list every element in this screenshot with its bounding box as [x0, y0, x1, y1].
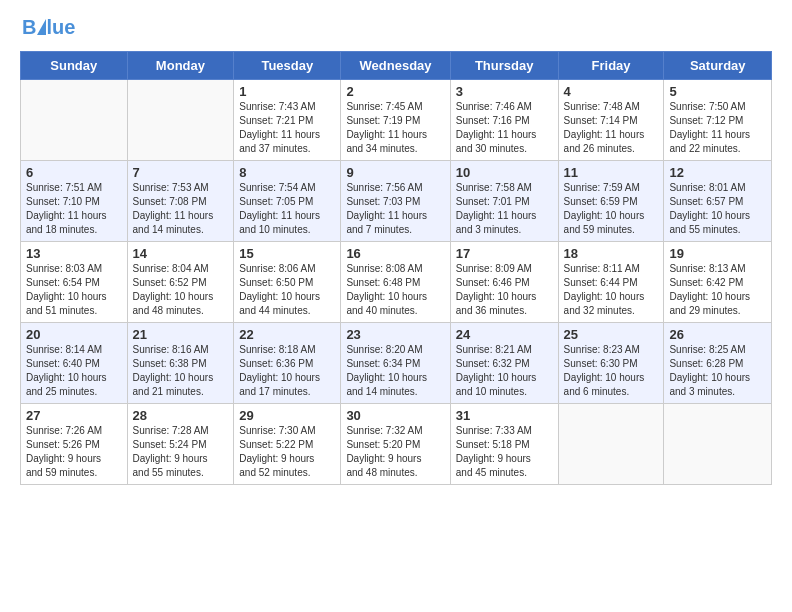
sunset-text: Sunset: 6:28 PM	[669, 357, 766, 371]
daylight-text: Daylight: 11 hours	[133, 209, 229, 223]
calendar-week-row: 13Sunrise: 8:03 AMSunset: 6:54 PMDayligh…	[21, 242, 772, 323]
sunrise-text: Sunrise: 7:30 AM	[239, 424, 335, 438]
day-number: 18	[564, 246, 659, 261]
day-info: Sunrise: 7:45 AMSunset: 7:19 PMDaylight:…	[346, 100, 444, 156]
daylight-text: Daylight: 11 hours	[239, 128, 335, 142]
day-info: Sunrise: 8:04 AMSunset: 6:52 PMDaylight:…	[133, 262, 229, 318]
sunrise-text: Sunrise: 7:53 AM	[133, 181, 229, 195]
calendar-day-cell: 18Sunrise: 8:11 AMSunset: 6:44 PMDayligh…	[558, 242, 664, 323]
daylight-text: Daylight: 11 hours	[239, 209, 335, 223]
calendar-day-cell: 15Sunrise: 8:06 AMSunset: 6:50 PMDayligh…	[234, 242, 341, 323]
day-info: Sunrise: 8:06 AMSunset: 6:50 PMDaylight:…	[239, 262, 335, 318]
sunrise-text: Sunrise: 8:08 AM	[346, 262, 444, 276]
daylight-text: Daylight: 10 hours	[346, 290, 444, 304]
day-number: 28	[133, 408, 229, 423]
daylight-text-cont: and 59 minutes.	[564, 223, 659, 237]
sunset-text: Sunset: 7:14 PM	[564, 114, 659, 128]
sunset-text: Sunset: 7:01 PM	[456, 195, 553, 209]
daylight-text-cont: and 25 minutes.	[26, 385, 122, 399]
day-number: 3	[456, 84, 553, 99]
calendar-day-cell: 31Sunrise: 7:33 AMSunset: 5:18 PMDayligh…	[450, 404, 558, 485]
daylight-text-cont: and 48 minutes.	[346, 466, 444, 480]
daylight-text-cont: and 29 minutes.	[669, 304, 766, 318]
day-number: 2	[346, 84, 444, 99]
calendar-day-cell: 7Sunrise: 7:53 AMSunset: 7:08 PMDaylight…	[127, 161, 234, 242]
sunset-text: Sunset: 6:36 PM	[239, 357, 335, 371]
calendar-day-cell: 28Sunrise: 7:28 AMSunset: 5:24 PMDayligh…	[127, 404, 234, 485]
day-info: Sunrise: 7:32 AMSunset: 5:20 PMDaylight:…	[346, 424, 444, 480]
day-number: 11	[564, 165, 659, 180]
day-info: Sunrise: 7:56 AMSunset: 7:03 PMDaylight:…	[346, 181, 444, 237]
page: B lue SundayMondayTuesdayWednesdayThursd…	[0, 0, 792, 501]
calendar-day-cell: 6Sunrise: 7:51 AMSunset: 7:10 PMDaylight…	[21, 161, 128, 242]
calendar-day-cell: 21Sunrise: 8:16 AMSunset: 6:38 PMDayligh…	[127, 323, 234, 404]
daylight-text-cont: and 30 minutes.	[456, 142, 553, 156]
sunrise-text: Sunrise: 7:58 AM	[456, 181, 553, 195]
day-number: 16	[346, 246, 444, 261]
daylight-text-cont: and 55 minutes.	[669, 223, 766, 237]
calendar-day-cell	[127, 80, 234, 161]
sunrise-text: Sunrise: 7:50 AM	[669, 100, 766, 114]
day-info: Sunrise: 7:48 AMSunset: 7:14 PMDaylight:…	[564, 100, 659, 156]
calendar-day-cell	[558, 404, 664, 485]
sunset-text: Sunset: 7:03 PM	[346, 195, 444, 209]
daylight-text-cont: and 37 minutes.	[239, 142, 335, 156]
daylight-text: Daylight: 10 hours	[26, 290, 122, 304]
day-number: 31	[456, 408, 553, 423]
daylight-text: Daylight: 10 hours	[133, 290, 229, 304]
daylight-text: Daylight: 9 hours	[456, 452, 553, 466]
day-number: 25	[564, 327, 659, 342]
sunset-text: Sunset: 6:50 PM	[239, 276, 335, 290]
calendar-day-cell: 20Sunrise: 8:14 AMSunset: 6:40 PMDayligh…	[21, 323, 128, 404]
day-number: 14	[133, 246, 229, 261]
daylight-text-cont: and 59 minutes.	[26, 466, 122, 480]
weekday-header-cell: Monday	[127, 52, 234, 80]
sunrise-text: Sunrise: 8:06 AM	[239, 262, 335, 276]
sunset-text: Sunset: 7:19 PM	[346, 114, 444, 128]
calendar-day-cell: 10Sunrise: 7:58 AMSunset: 7:01 PMDayligh…	[450, 161, 558, 242]
day-info: Sunrise: 8:09 AMSunset: 6:46 PMDaylight:…	[456, 262, 553, 318]
day-number: 23	[346, 327, 444, 342]
day-number: 30	[346, 408, 444, 423]
daylight-text-cont: and 3 minutes.	[669, 385, 766, 399]
logo-triangle-icon	[37, 19, 46, 35]
header: B lue	[20, 16, 772, 39]
calendar-day-cell: 13Sunrise: 8:03 AMSunset: 6:54 PMDayligh…	[21, 242, 128, 323]
sunrise-text: Sunrise: 8:20 AM	[346, 343, 444, 357]
day-number: 1	[239, 84, 335, 99]
daylight-text: Daylight: 11 hours	[346, 209, 444, 223]
sunset-text: Sunset: 5:26 PM	[26, 438, 122, 452]
calendar-table: SundayMondayTuesdayWednesdayThursdayFrid…	[20, 51, 772, 485]
calendar-week-row: 6Sunrise: 7:51 AMSunset: 7:10 PMDaylight…	[21, 161, 772, 242]
daylight-text: Daylight: 10 hours	[239, 290, 335, 304]
calendar-day-cell: 2Sunrise: 7:45 AMSunset: 7:19 PMDaylight…	[341, 80, 450, 161]
calendar-day-cell: 5Sunrise: 7:50 AMSunset: 7:12 PMDaylight…	[664, 80, 772, 161]
day-info: Sunrise: 7:46 AMSunset: 7:16 PMDaylight:…	[456, 100, 553, 156]
calendar-day-cell: 23Sunrise: 8:20 AMSunset: 6:34 PMDayligh…	[341, 323, 450, 404]
sunrise-text: Sunrise: 8:23 AM	[564, 343, 659, 357]
weekday-header-cell: Thursday	[450, 52, 558, 80]
daylight-text-cont: and 44 minutes.	[239, 304, 335, 318]
day-info: Sunrise: 7:33 AMSunset: 5:18 PMDaylight:…	[456, 424, 553, 480]
sunset-text: Sunset: 6:52 PM	[133, 276, 229, 290]
calendar-day-cell: 22Sunrise: 8:18 AMSunset: 6:36 PMDayligh…	[234, 323, 341, 404]
calendar-week-row: 1Sunrise: 7:43 AMSunset: 7:21 PMDaylight…	[21, 80, 772, 161]
sunset-text: Sunset: 6:32 PM	[456, 357, 553, 371]
sunrise-text: Sunrise: 7:46 AM	[456, 100, 553, 114]
day-info: Sunrise: 8:13 AMSunset: 6:42 PMDaylight:…	[669, 262, 766, 318]
logo: B lue	[20, 16, 75, 39]
calendar-day-cell: 17Sunrise: 8:09 AMSunset: 6:46 PMDayligh…	[450, 242, 558, 323]
weekday-header-cell: Friday	[558, 52, 664, 80]
calendar-day-cell: 9Sunrise: 7:56 AMSunset: 7:03 PMDaylight…	[341, 161, 450, 242]
calendar-day-cell	[21, 80, 128, 161]
day-number: 27	[26, 408, 122, 423]
daylight-text-cont: and 48 minutes.	[133, 304, 229, 318]
daylight-text: Daylight: 10 hours	[564, 209, 659, 223]
sunset-text: Sunset: 6:40 PM	[26, 357, 122, 371]
day-number: 26	[669, 327, 766, 342]
sunset-text: Sunset: 5:18 PM	[456, 438, 553, 452]
sunrise-text: Sunrise: 8:01 AM	[669, 181, 766, 195]
sunset-text: Sunset: 7:08 PM	[133, 195, 229, 209]
sunrise-text: Sunrise: 8:16 AM	[133, 343, 229, 357]
daylight-text: Daylight: 9 hours	[346, 452, 444, 466]
